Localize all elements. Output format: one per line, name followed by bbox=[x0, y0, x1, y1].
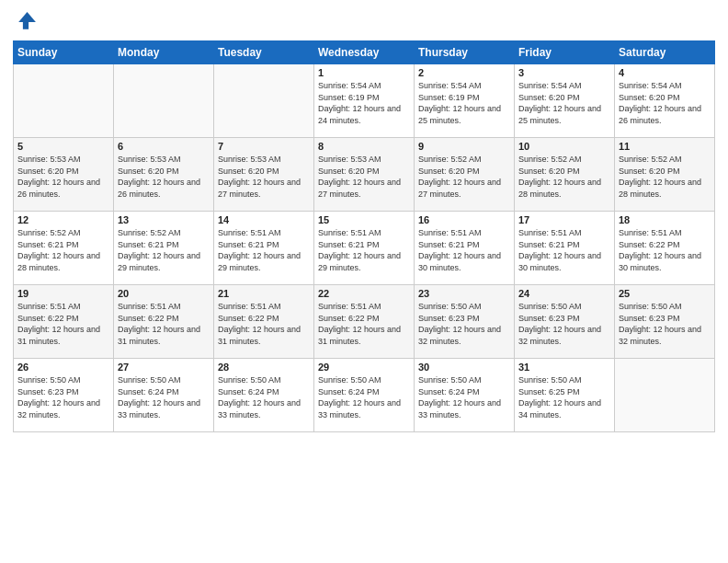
day-number: 15 bbox=[318, 214, 410, 225]
day-number: 1 bbox=[318, 67, 410, 78]
day-info: Sunrise: 5:52 AM Sunset: 6:21 PM Dayligh… bbox=[118, 227, 210, 273]
calendar-day-cell: 4Sunrise: 5:54 AM Sunset: 6:20 PM Daylig… bbox=[615, 64, 715, 138]
calendar-day-cell bbox=[214, 64, 314, 138]
logo bbox=[13, 9, 42, 35]
day-info: Sunrise: 5:51 AM Sunset: 6:22 PM Dayligh… bbox=[218, 301, 310, 347]
day-number: 18 bbox=[619, 214, 711, 225]
calendar-day-cell: 28Sunrise: 5:50 AM Sunset: 6:24 PM Dayli… bbox=[214, 359, 314, 432]
day-number: 9 bbox=[418, 141, 510, 152]
calendar-day-cell: 3Sunrise: 5:54 AM Sunset: 6:20 PM Daylig… bbox=[515, 64, 615, 138]
weekday-header: Thursday bbox=[415, 41, 515, 64]
day-info: Sunrise: 5:50 AM Sunset: 6:24 PM Dayligh… bbox=[218, 374, 310, 420]
day-number: 10 bbox=[518, 141, 610, 152]
day-info: Sunrise: 5:53 AM Sunset: 6:20 PM Dayligh… bbox=[218, 154, 310, 200]
calendar-header-row: SundayMondayTuesdayWednesdayThursdayFrid… bbox=[14, 41, 715, 64]
calendar-day-cell: 14Sunrise: 5:51 AM Sunset: 6:21 PM Dayli… bbox=[214, 212, 314, 285]
calendar-day-cell: 20Sunrise: 5:51 AM Sunset: 6:22 PM Dayli… bbox=[114, 285, 214, 359]
day-info: Sunrise: 5:53 AM Sunset: 6:20 PM Dayligh… bbox=[17, 154, 109, 200]
day-number: 7 bbox=[218, 141, 310, 152]
day-info: Sunrise: 5:50 AM Sunset: 6:23 PM Dayligh… bbox=[518, 301, 610, 347]
calendar-day-cell: 16Sunrise: 5:51 AM Sunset: 6:21 PM Dayli… bbox=[415, 212, 515, 285]
calendar-day-cell: 10Sunrise: 5:52 AM Sunset: 6:20 PM Dayli… bbox=[515, 138, 615, 212]
day-info: Sunrise: 5:54 AM Sunset: 6:19 PM Dayligh… bbox=[318, 80, 410, 126]
calendar-day-cell: 9Sunrise: 5:52 AM Sunset: 6:20 PM Daylig… bbox=[415, 138, 515, 212]
day-info: Sunrise: 5:50 AM Sunset: 6:24 PM Dayligh… bbox=[318, 374, 410, 420]
calendar-day-cell: 6Sunrise: 5:53 AM Sunset: 6:20 PM Daylig… bbox=[114, 138, 214, 212]
day-number: 4 bbox=[619, 67, 711, 78]
day-number: 27 bbox=[118, 362, 210, 373]
calendar-week-row: 26Sunrise: 5:50 AM Sunset: 6:23 PM Dayli… bbox=[14, 359, 715, 432]
day-info: Sunrise: 5:52 AM Sunset: 6:20 PM Dayligh… bbox=[418, 154, 510, 200]
day-number: 2 bbox=[418, 67, 510, 78]
day-info: Sunrise: 5:50 AM Sunset: 6:24 PM Dayligh… bbox=[118, 374, 210, 420]
calendar-day-cell: 30Sunrise: 5:50 AM Sunset: 6:24 PM Dayli… bbox=[415, 359, 515, 432]
day-number: 26 bbox=[17, 362, 109, 373]
day-number: 28 bbox=[218, 362, 310, 373]
calendar-day-cell bbox=[14, 64, 114, 138]
day-number: 25 bbox=[619, 288, 711, 299]
day-info: Sunrise: 5:54 AM Sunset: 6:19 PM Dayligh… bbox=[418, 80, 510, 126]
day-info: Sunrise: 5:51 AM Sunset: 6:21 PM Dayligh… bbox=[218, 227, 310, 273]
calendar-day-cell bbox=[615, 359, 715, 432]
day-number: 24 bbox=[518, 288, 610, 299]
calendar-day-cell: 8Sunrise: 5:53 AM Sunset: 6:20 PM Daylig… bbox=[314, 138, 415, 212]
day-number: 12 bbox=[17, 214, 109, 225]
day-number: 3 bbox=[518, 67, 610, 78]
day-number: 23 bbox=[418, 288, 510, 299]
calendar-week-row: 19Sunrise: 5:51 AM Sunset: 6:22 PM Dayli… bbox=[14, 285, 715, 359]
day-number: 19 bbox=[17, 288, 109, 299]
day-number: 20 bbox=[118, 288, 210, 299]
day-info: Sunrise: 5:51 AM Sunset: 6:22 PM Dayligh… bbox=[17, 301, 109, 347]
day-number: 22 bbox=[318, 288, 410, 299]
calendar-day-cell: 19Sunrise: 5:51 AM Sunset: 6:22 PM Dayli… bbox=[14, 285, 114, 359]
calendar-day-cell: 29Sunrise: 5:50 AM Sunset: 6:24 PM Dayli… bbox=[314, 359, 415, 432]
day-info: Sunrise: 5:51 AM Sunset: 6:22 PM Dayligh… bbox=[619, 227, 711, 273]
calendar-day-cell: 13Sunrise: 5:52 AM Sunset: 6:21 PM Dayli… bbox=[114, 212, 214, 285]
day-info: Sunrise: 5:51 AM Sunset: 6:21 PM Dayligh… bbox=[518, 227, 610, 273]
day-number: 29 bbox=[318, 362, 410, 373]
day-number: 21 bbox=[218, 288, 310, 299]
calendar-day-cell: 17Sunrise: 5:51 AM Sunset: 6:21 PM Dayli… bbox=[515, 212, 615, 285]
day-info: Sunrise: 5:53 AM Sunset: 6:20 PM Dayligh… bbox=[118, 154, 210, 200]
calendar-day-cell: 11Sunrise: 5:52 AM Sunset: 6:20 PM Dayli… bbox=[615, 138, 715, 212]
day-info: Sunrise: 5:50 AM Sunset: 6:23 PM Dayligh… bbox=[619, 301, 711, 347]
weekday-header: Wednesday bbox=[314, 41, 415, 64]
day-info: Sunrise: 5:51 AM Sunset: 6:21 PM Dayligh… bbox=[318, 227, 410, 273]
day-info: Sunrise: 5:50 AM Sunset: 6:25 PM Dayligh… bbox=[518, 374, 610, 420]
day-info: Sunrise: 5:52 AM Sunset: 6:20 PM Dayligh… bbox=[619, 154, 711, 200]
day-number: 5 bbox=[17, 141, 109, 152]
svg-rect-1 bbox=[23, 22, 28, 29]
calendar-day-cell: 27Sunrise: 5:50 AM Sunset: 6:24 PM Dayli… bbox=[114, 359, 214, 432]
calendar-table: SundayMondayTuesdayWednesdayThursdayFrid… bbox=[13, 40, 715, 432]
page-header bbox=[13, 9, 715, 35]
logo-icon bbox=[13, 9, 39, 35]
calendar-week-row: 5Sunrise: 5:53 AM Sunset: 6:20 PM Daylig… bbox=[14, 138, 715, 212]
calendar-day-cell: 7Sunrise: 5:53 AM Sunset: 6:20 PM Daylig… bbox=[214, 138, 314, 212]
weekday-header: Saturday bbox=[615, 41, 715, 64]
svg-marker-0 bbox=[18, 12, 36, 22]
weekday-header: Friday bbox=[515, 41, 615, 64]
calendar-week-row: 1Sunrise: 5:54 AM Sunset: 6:19 PM Daylig… bbox=[14, 64, 715, 138]
day-number: 30 bbox=[418, 362, 510, 373]
calendar-day-cell: 26Sunrise: 5:50 AM Sunset: 6:23 PM Dayli… bbox=[14, 359, 114, 432]
day-number: 16 bbox=[418, 214, 510, 225]
calendar-day-cell: 23Sunrise: 5:50 AM Sunset: 6:23 PM Dayli… bbox=[415, 285, 515, 359]
calendar-day-cell: 18Sunrise: 5:51 AM Sunset: 6:22 PM Dayli… bbox=[615, 212, 715, 285]
day-number: 8 bbox=[318, 141, 410, 152]
day-info: Sunrise: 5:51 AM Sunset: 6:22 PM Dayligh… bbox=[318, 301, 410, 347]
calendar-day-cell: 12Sunrise: 5:52 AM Sunset: 6:21 PM Dayli… bbox=[14, 212, 114, 285]
day-number: 6 bbox=[118, 141, 210, 152]
weekday-header: Tuesday bbox=[214, 41, 314, 64]
calendar-day-cell: 31Sunrise: 5:50 AM Sunset: 6:25 PM Dayli… bbox=[515, 359, 615, 432]
day-info: Sunrise: 5:51 AM Sunset: 6:22 PM Dayligh… bbox=[118, 301, 210, 347]
calendar-day-cell: 21Sunrise: 5:51 AM Sunset: 6:22 PM Dayli… bbox=[214, 285, 314, 359]
calendar-day-cell: 2Sunrise: 5:54 AM Sunset: 6:19 PM Daylig… bbox=[415, 64, 515, 138]
calendar-week-row: 12Sunrise: 5:52 AM Sunset: 6:21 PM Dayli… bbox=[14, 212, 715, 285]
calendar-day-cell: 1Sunrise: 5:54 AM Sunset: 6:19 PM Daylig… bbox=[314, 64, 415, 138]
calendar-day-cell: 24Sunrise: 5:50 AM Sunset: 6:23 PM Dayli… bbox=[515, 285, 615, 359]
calendar-day-cell: 25Sunrise: 5:50 AM Sunset: 6:23 PM Dayli… bbox=[615, 285, 715, 359]
day-info: Sunrise: 5:52 AM Sunset: 6:20 PM Dayligh… bbox=[518, 154, 610, 200]
day-number: 14 bbox=[218, 214, 310, 225]
calendar-day-cell: 15Sunrise: 5:51 AM Sunset: 6:21 PM Dayli… bbox=[314, 212, 415, 285]
day-number: 11 bbox=[619, 141, 711, 152]
